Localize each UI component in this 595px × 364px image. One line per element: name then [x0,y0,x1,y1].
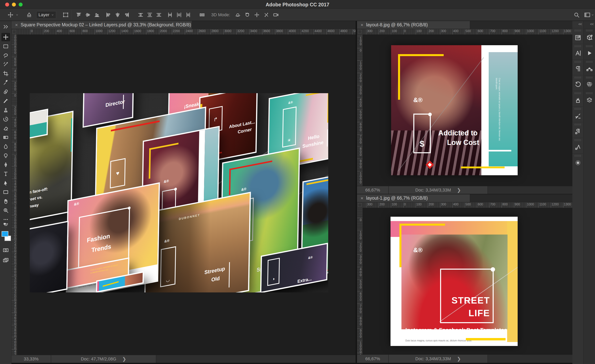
distribute-horizontal-centers-icon[interactable] [175,11,183,19]
main-canvas-pasteboard[interactable]: Director¡Sneakerson!↱About Last...Corner… [17,35,356,355]
layout8-pasteboard[interactable]: &® $ Addicted to Low Cost Cras mi augue,… [362,35,572,186]
tab-main-document[interactable]: × Square Perspective Mockup 02 – Linked … [12,21,192,29]
doc-size-status[interactable]: Doc: 3,34M/3,33M ❯ [389,186,488,194]
distribute-bottom-icon[interactable] [155,11,163,19]
status-chevron-icon[interactable]: ❯ [457,356,461,362]
panel-grip[interactable] [574,139,581,141]
panel-channels-icon[interactable] [584,79,595,90]
panel-history-icon[interactable] [572,79,583,90]
3d-slide-icon[interactable] [262,11,270,19]
panel-grip[interactable] [574,108,581,110]
pane-divider[interactable] [356,21,357,364]
show-transform-controls-icon[interactable] [62,11,69,19]
distribute-right-icon[interactable] [184,11,192,19]
auto-select-layer-dropdown[interactable]: Layer [36,11,56,19]
quick-mask-icon[interactable] [1,246,10,254]
panel-tool-presets-icon[interactable] [572,95,583,105]
close-tab-icon[interactable]: × [361,196,363,201]
panel-character-icon[interactable] [572,48,583,58]
search-icon[interactable] [573,11,580,19]
panel-properties-icon[interactable] [572,32,583,43]
distribute-vertical-centers-icon[interactable] [146,11,154,19]
stamp-tool[interactable] [1,106,10,114]
status-chevron-icon[interactable]: ❯ [457,187,461,193]
horizontal-ruler-layout8[interactable]: 3002001000100200300400500600700800900100… [362,29,572,35]
distribute-top-icon[interactable] [137,11,144,19]
distribute-spacing-icon[interactable] [198,11,206,19]
move-tool[interactable] [1,33,10,41]
panel-grip[interactable] [574,124,581,126]
screen-mode-icon[interactable] [1,256,10,264]
zoom-level-field[interactable]: 66,67% [357,355,389,363]
horizontal-ruler-main[interactable]: 0200400600800100012001400160018002000220… [17,29,356,35]
align-top-icon[interactable] [75,11,83,19]
panel-grip[interactable] [586,61,593,63]
3d-pan-icon[interactable] [253,11,261,19]
pen-tool[interactable] [1,161,10,169]
panel-grip[interactable] [586,92,593,94]
tab-layout-8[interactable]: × layout-8.jpg @ 66,7% (RGB/8) [357,21,470,29]
3d-camera-icon[interactable] [272,11,280,19]
align-right-icon[interactable] [123,11,130,19]
panel-3d-icon[interactable] [584,32,595,43]
panel-paragraph-styles-icon[interactable] [572,126,583,137]
crop-tool[interactable] [1,69,10,78]
main-canvas-artwork[interactable]: Director¡Sneakerson!↱About Last...Corner… [30,93,328,292]
wand-tool[interactable] [1,60,10,69]
type-tool[interactable] [1,170,10,178]
ruler-origin-corner[interactable] [12,29,17,35]
lasso-tool[interactable] [1,51,10,59]
path-select-tool[interactable] [1,179,10,187]
auto-select-icon[interactable] [25,11,33,19]
panel-grip[interactable] [586,29,593,32]
shape-tool[interactable] [1,188,10,196]
dodge-tool[interactable] [1,152,10,160]
blur-tool[interactable] [1,142,10,151]
workspace-chevron-icon[interactable] [591,11,595,19]
panel-brush-settings-icon[interactable] [572,111,583,121]
panel-grip[interactable] [574,155,581,157]
eraser-tool[interactable] [1,124,10,133]
panel-generator-icon[interactable] [572,158,583,168]
workspace-icon[interactable] [583,11,591,19]
doc-size-status[interactable]: Doc: 3,34M/3,33M ❯ [389,355,488,363]
panel-layers-icon[interactable] [584,95,595,105]
panel-grip[interactable] [574,61,581,63]
close-tab-icon[interactable]: × [361,22,363,28]
expand-tool[interactable] [1,23,10,31]
move-tool-icon[interactable] [7,11,14,19]
align-vertical-centers-icon[interactable] [84,11,92,19]
panel-grip[interactable] [574,92,581,94]
history-brush-tool[interactable] [1,115,10,123]
marquee-tool[interactable] [1,42,10,50]
eyedropper-tool[interactable] [1,78,10,87]
doc-size-status[interactable]: Doc: 47,7M/2,08G ❯ [51,355,156,363]
align-horizontal-centers-icon[interactable] [114,11,121,19]
brush-tool[interactable] [1,97,10,105]
zoom-level-field[interactable]: 33,33% [12,355,51,363]
3d-roll-icon[interactable] [244,11,251,19]
close-tab-icon[interactable]: × [15,22,18,28]
ruler-origin-corner[interactable] [357,29,362,35]
layout8-artwork[interactable]: &® $ Addicted to Low Cost Cras mi augue,… [391,45,518,175]
collapse-panels-icon[interactable]: << [584,21,595,28]
layout1-pasteboard[interactable]: &® STREET LIFE Instagram & Facebook Post… [362,208,572,355]
default-colors-icon[interactable] [1,222,10,227]
panel-paths-icon[interactable] [584,64,595,74]
tab-layout-1[interactable]: × layout-1.jpg @ 66,7% (RGB/8) [357,194,470,202]
align-left-icon[interactable] [105,11,112,19]
align-bottom-icon[interactable] [93,11,101,19]
layout1-artwork[interactable]: &® STREET LIFE Instagram & Facebook Post… [390,217,518,346]
distribute-left-icon[interactable] [166,11,174,19]
panel-grip[interactable] [574,29,581,32]
vertical-ruler-main[interactable]: 1000800600400200020040060080010001200140… [12,35,17,355]
hand-tool[interactable] [1,197,10,205]
healing-tool[interactable] [1,88,10,96]
tool-preset-chevron-icon[interactable] [15,11,19,19]
vertical-ruler-layout1[interactable]: 010020030040050060070080090010001100 [357,208,362,355]
panel-actions-icon[interactable] [584,48,595,58]
3d-orbit-icon[interactable] [234,11,241,19]
vertical-ruler-layout8[interactable]: 10001002003004005006007008009001000 [357,35,362,186]
panel-paragraph-icon[interactable] [572,64,583,74]
zoom-tool[interactable] [1,206,10,215]
